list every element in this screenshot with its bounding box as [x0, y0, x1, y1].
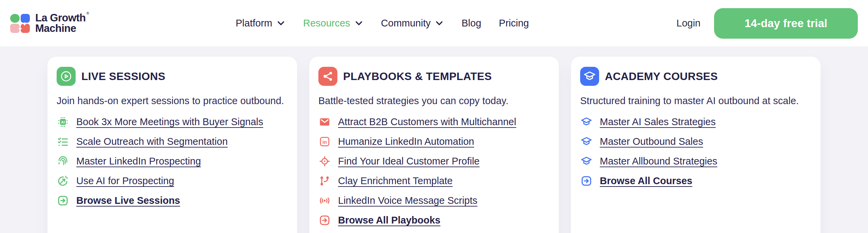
- sparkle-icon: [22, 21, 27, 26]
- nav-item-label: Community: [381, 18, 431, 29]
- menu-link[interactable]: Attract B2B Customers with Multichannel: [318, 116, 547, 128]
- nav-item-label: Resources: [303, 18, 350, 29]
- arrow-right-square-icon: [57, 194, 69, 207]
- menu-link-label: Master AI Sales Strategies: [600, 116, 716, 128]
- card-description: Battle-tested strategies you can copy to…: [318, 95, 547, 107]
- menu-link-label: Humanize LinkedIn Automation: [338, 136, 474, 147]
- svg-text:AI: AI: [61, 120, 65, 124]
- share-network-icon: [318, 67, 337, 86]
- logo-green-circle: [10, 14, 20, 23]
- nav-item-resources[interactable]: Resources: [303, 18, 363, 29]
- login-link[interactable]: Login: [676, 18, 701, 29]
- card-header: ACADEMY COURSES: [580, 67, 809, 86]
- menu-link-label: Browse All Courses: [600, 175, 692, 187]
- menu-link[interactable]: Clay Enrichment Template: [318, 175, 547, 187]
- card-title: LIVE SESSIONS: [81, 70, 165, 83]
- target-icon: [318, 155, 331, 168]
- checklist-icon: [57, 135, 69, 148]
- arrow-right-square-icon: [318, 214, 331, 227]
- graduation-cap-icon: [580, 116, 593, 128]
- nav-item-label: Pricing: [499, 18, 529, 29]
- menu-link-label: Browse Live Sessions: [76, 195, 180, 206]
- menu-link[interactable]: Browse Live Sessions: [57, 194, 285, 207]
- nav-item-community[interactable]: Community: [381, 18, 444, 29]
- menu-link[interactable]: Master Allbound Strategies: [580, 155, 809, 168]
- menu-card-academy-courses: ACADEMY COURSES Structured training to m…: [571, 57, 821, 233]
- card-description: Join hands-on expert sessions to practic…: [57, 95, 285, 107]
- menu-link[interactable]: Master Outbound Sales: [580, 135, 809, 148]
- voice-wave-icon: [318, 194, 331, 207]
- branch-icon: [318, 175, 331, 187]
- menu-link[interactable]: Browse All Playbooks: [318, 214, 547, 227]
- graduation-cap-icon: [580, 135, 593, 148]
- chevron-down-icon: [354, 19, 363, 28]
- registered-mark: ®: [86, 11, 89, 15]
- linkedin-icon: in: [318, 135, 331, 148]
- menu-link[interactable]: LinkedIn Voice Message Scripts: [318, 194, 547, 207]
- svg-text:in: in: [322, 139, 327, 145]
- graduation-cap-icon: [580, 155, 593, 168]
- menu-link-label: Attract B2B Customers with Multichannel: [338, 116, 516, 128]
- ai-arrow-icon: [57, 175, 69, 187]
- main-nav: Platform Resources Community Blog Pricin…: [236, 0, 529, 46]
- header: La Growth® Machine Platform Resources Co…: [0, 0, 868, 46]
- logo-line-2: Machine: [35, 23, 88, 34]
- envelope-icon: [318, 116, 331, 128]
- menu-link[interactable]: Use AI for Prospecting: [57, 175, 285, 187]
- nav-item-blog[interactable]: Blog: [461, 18, 481, 29]
- nav-item-label: Platform: [236, 18, 272, 29]
- menu-card-live-sessions: LIVE SESSIONS Join hands-on expert sessi…: [47, 57, 297, 233]
- chevron-down-icon: [435, 19, 444, 28]
- header-right: Login 14-day free trial: [676, 8, 858, 39]
- card-links: Master AI Sales Strategies Master Outbou…: [580, 116, 809, 187]
- chevron-down-icon: [276, 19, 285, 28]
- menu-link[interactable]: Browse All Courses: [580, 175, 809, 187]
- menu-link[interactable]: Master AI Sales Strategies: [580, 116, 809, 128]
- menu-link-label: Master LinkedIn Prospecting: [76, 156, 201, 167]
- ai-chip-icon: AI: [57, 116, 69, 128]
- fingerprint-icon: [57, 155, 69, 168]
- card-title: ACADEMY COURSES: [605, 70, 718, 83]
- menu-link[interactable]: AI Book 3x More Meetings with Buyer Sign…: [57, 116, 285, 128]
- menu-link-label: LinkedIn Voice Message Scripts: [338, 195, 477, 206]
- nav-item-platform[interactable]: Platform: [236, 18, 285, 29]
- free-trial-button[interactable]: 14-day free trial: [714, 8, 858, 39]
- menu-link-label: Master Outbound Sales: [600, 136, 703, 147]
- menu-link-label: Find Your Ideal Customer Profile: [338, 156, 480, 167]
- nav-item-label: Blog: [461, 18, 481, 29]
- play-circle-icon: [57, 67, 76, 86]
- card-title: PLAYBOOKS & TEMPLATES: [343, 70, 492, 83]
- logo-mark-icon: [10, 14, 30, 33]
- card-header: LIVE SESSIONS: [57, 67, 285, 86]
- card-description: Structured training to master AI outboun…: [580, 95, 809, 107]
- menu-link-label: Browse All Playbooks: [338, 215, 440, 226]
- graduation-cap-icon: [580, 67, 599, 86]
- menu-link[interactable]: in Humanize LinkedIn Automation: [318, 135, 547, 148]
- menu-card-playbooks-templates: PLAYBOOKS & TEMPLATES Battle-tested stra…: [309, 57, 559, 233]
- sparkle-icon: [18, 26, 23, 31]
- nav-item-pricing[interactable]: Pricing: [499, 18, 529, 29]
- menu-link-label: Clay Enrichment Template: [338, 175, 453, 187]
- menu-link[interactable]: Master LinkedIn Prospecting: [57, 155, 285, 168]
- card-header: PLAYBOOKS & TEMPLATES: [318, 67, 547, 86]
- menu-link-label: Master Allbound Strategies: [600, 156, 717, 167]
- menu-link[interactable]: Scale Outreach with Segmentation: [57, 135, 285, 148]
- logo[interactable]: La Growth® Machine: [10, 13, 88, 33]
- menu-link-label: Scale Outreach with Segmentation: [76, 136, 228, 147]
- resources-mega-menu: LIVE SESSIONS Join hands-on expert sessi…: [0, 46, 868, 233]
- arrow-right-square-icon: [580, 175, 593, 187]
- menu-link[interactable]: Find Your Ideal Customer Profile: [318, 155, 547, 168]
- logo-line-1: La Growth®: [35, 13, 88, 23]
- card-links: AI Book 3x More Meetings with Buyer Sign…: [57, 116, 285, 207]
- menu-link-label: Book 3x More Meetings with Buyer Signals: [76, 116, 263, 128]
- logo-text: La Growth® Machine: [35, 13, 88, 33]
- menu-link-label: Use AI for Prospecting: [76, 175, 174, 187]
- card-links: Attract B2B Customers with Multichannel …: [318, 116, 547, 227]
